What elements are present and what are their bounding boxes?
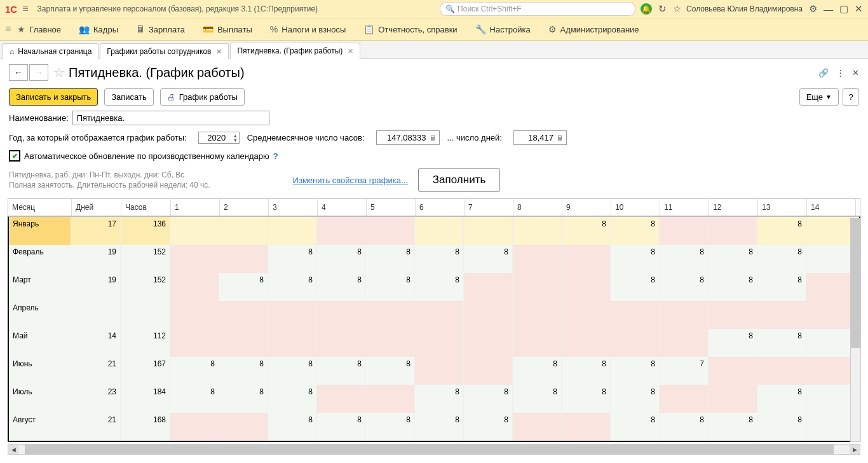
day-cell[interactable] xyxy=(464,329,513,357)
day-cell[interactable] xyxy=(806,385,855,413)
favorite-icon[interactable]: ☆ xyxy=(53,65,65,80)
day-cell[interactable]: 8 xyxy=(660,413,709,441)
auto-update-checkbox[interactable]: ✔ xyxy=(9,150,20,162)
year-input[interactable] xyxy=(203,132,231,143)
day-cell[interactable] xyxy=(709,357,757,385)
table-row[interactable]: Июль 23 184888888888 xyxy=(9,385,859,413)
vertical-scrollbar[interactable] xyxy=(850,218,861,442)
day-cell[interactable] xyxy=(415,357,464,385)
day-cell[interactable]: 8 xyxy=(757,329,806,357)
day-cell[interactable] xyxy=(317,301,366,329)
day-cell[interactable] xyxy=(219,301,268,329)
day-cell[interactable] xyxy=(757,301,806,329)
search-input[interactable]: 🔍 Поиск Ctrl+Shift+F xyxy=(440,2,635,16)
history-icon[interactable]: ↻ xyxy=(658,3,667,15)
avg-days-field[interactable]: 🖩 xyxy=(513,130,567,145)
user-name[interactable]: Соловьева Юлия Владимировна xyxy=(686,4,803,13)
day-cell[interactable] xyxy=(611,329,660,357)
day-cell[interactable]: 8 xyxy=(757,217,806,245)
help-icon[interactable]: ? xyxy=(273,151,278,161)
day-cell[interactable] xyxy=(806,217,855,245)
table-row[interactable]: Май 14 11288 xyxy=(9,329,859,357)
day-cell[interactable]: 8 xyxy=(415,245,464,273)
day-cell[interactable] xyxy=(513,301,562,329)
day-cell[interactable] xyxy=(562,329,611,357)
settings-icon[interactable]: ⚙ xyxy=(809,3,817,15)
day-cell[interactable] xyxy=(268,217,317,245)
day-cell[interactable]: 8 xyxy=(268,245,317,273)
day-cell[interactable]: 8 xyxy=(366,357,415,385)
minimize-icon[interactable]: — xyxy=(824,4,833,15)
close-page-icon[interactable]: ✕ xyxy=(852,68,859,78)
day-cell[interactable]: 8 xyxy=(562,217,611,245)
day-cell[interactable]: 8 xyxy=(268,413,317,441)
day-cell[interactable] xyxy=(709,217,757,245)
scroll-left-icon[interactable]: ◀ xyxy=(8,445,18,454)
day-cell[interactable] xyxy=(170,301,219,329)
day-cell[interactable] xyxy=(415,329,464,357)
day-cell[interactable] xyxy=(757,357,806,385)
edit-properties-link[interactable]: Изменить свойства графика... xyxy=(293,176,408,185)
day-cell[interactable] xyxy=(611,301,660,329)
day-cell[interactable] xyxy=(268,301,317,329)
maximize-icon[interactable]: ▢ xyxy=(839,3,848,15)
day-cell[interactable] xyxy=(415,217,464,245)
day-cell[interactable]: 8 xyxy=(562,357,611,385)
day-cell[interactable]: 8 xyxy=(268,357,317,385)
day-cell[interactable] xyxy=(806,245,855,273)
day-cell[interactable] xyxy=(219,329,268,357)
day-cell[interactable]: 8 xyxy=(464,245,513,273)
day-cell[interactable] xyxy=(806,329,855,357)
menu-nalogi[interactable]: %Налоги и взносы xyxy=(270,24,346,34)
menu-main[interactable]: ★Главное xyxy=(17,24,61,34)
day-cell[interactable] xyxy=(562,413,611,441)
forward-button[interactable]: → xyxy=(29,64,48,81)
day-cell[interactable] xyxy=(464,301,513,329)
day-cell[interactable] xyxy=(366,329,415,357)
table-row[interactable]: Август 21 168888888888 xyxy=(9,413,859,441)
day-cell[interactable]: 8 xyxy=(611,245,660,273)
menu-vyplaty[interactable]: 💳Выплаты xyxy=(203,24,252,34)
link-icon[interactable]: 🔗 xyxy=(818,68,829,78)
day-cell[interactable] xyxy=(317,217,366,245)
day-cell[interactable] xyxy=(513,245,562,273)
menu-nastroika[interactable]: 🔧Настройка xyxy=(475,24,531,34)
day-cell[interactable] xyxy=(513,413,562,441)
spin-up-icon[interactable]: ▲ xyxy=(233,134,238,138)
avg-hours-field[interactable]: 🖩 xyxy=(376,130,440,145)
menu-admin[interactable]: ⚙Администрирование xyxy=(548,24,639,34)
day-cell[interactable]: 8 xyxy=(415,385,464,413)
day-cell[interactable] xyxy=(464,217,513,245)
day-cell[interactable] xyxy=(170,217,219,245)
day-cell[interactable] xyxy=(170,413,219,441)
print-button[interactable]: 🖨График работы xyxy=(160,88,245,106)
sections-icon[interactable]: ≡ xyxy=(5,24,11,35)
day-cell[interactable]: 8 xyxy=(219,357,268,385)
more-button[interactable]: Еще▼ xyxy=(799,88,839,106)
day-cell[interactable]: 8 xyxy=(366,273,415,301)
fill-button[interactable]: Заполнить xyxy=(418,168,500,192)
day-cell[interactable]: 8 xyxy=(366,245,415,273)
calculator-icon[interactable]: 🖩 xyxy=(557,134,564,142)
day-cell[interactable] xyxy=(317,385,366,413)
day-cell[interactable]: 8 xyxy=(611,385,660,413)
save-close-button[interactable]: Записать и закрыть xyxy=(9,88,98,106)
day-cell[interactable]: 8 xyxy=(170,357,219,385)
save-button[interactable]: Записать xyxy=(104,88,154,106)
day-cell[interactable]: 8 xyxy=(268,273,317,301)
day-cell[interactable]: 8 xyxy=(317,245,366,273)
day-cell[interactable]: 8 xyxy=(415,413,464,441)
day-cell[interactable] xyxy=(709,301,757,329)
day-cell[interactable] xyxy=(513,329,562,357)
day-cell[interactable] xyxy=(464,357,513,385)
help-button[interactable]: ? xyxy=(843,88,859,106)
horizontal-scrollbar[interactable]: ◀ ▶ xyxy=(8,444,860,455)
star-icon[interactable]: ☆ xyxy=(673,3,681,15)
menu-icon[interactable]: ≡ xyxy=(22,3,28,15)
calculator-icon[interactable]: 🖩 xyxy=(430,134,437,142)
day-cell[interactable] xyxy=(562,273,611,301)
day-cell[interactable]: 8 xyxy=(513,385,562,413)
day-cell[interactable]: 8 xyxy=(464,385,513,413)
day-cell[interactable] xyxy=(660,301,709,329)
day-cell[interactable] xyxy=(415,301,464,329)
